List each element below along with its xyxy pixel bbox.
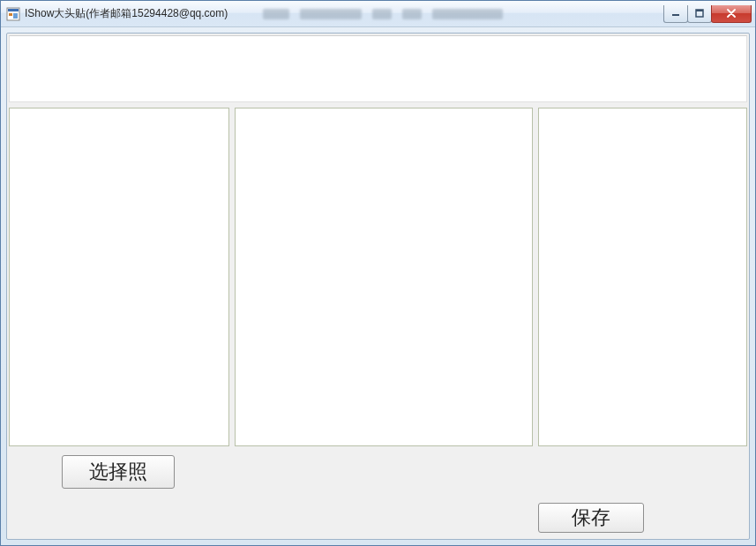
window-title: IShow大头贴(作者邮箱15294428@qq.com) <box>25 6 228 21</box>
image-panel-row <box>9 108 747 446</box>
image-panel-center <box>235 108 533 446</box>
svg-rect-4 <box>672 14 679 16</box>
select-photo-button[interactable]: 选择照 <box>62 455 175 489</box>
svg-rect-2 <box>9 13 12 16</box>
svg-rect-1 <box>8 9 19 11</box>
titlebar-blur-region <box>263 7 664 21</box>
window-controls <box>664 5 752 23</box>
save-button-label: 保存 <box>572 505 610 531</box>
maximize-button[interactable] <box>687 5 712 23</box>
titlebar[interactable]: IShow大头贴(作者邮箱15294428@qq.com) <box>1 1 755 27</box>
minimize-button[interactable] <box>663 5 688 23</box>
app-window: IShow大头贴(作者邮箱15294428@qq.com) <box>0 0 756 546</box>
app-icon <box>6 7 20 21</box>
select-photo-button-label: 选择照 <box>89 459 147 485</box>
svg-rect-6 <box>696 10 703 11</box>
save-button[interactable]: 保存 <box>538 503 644 533</box>
client-area: 选择照 保存 <box>6 33 750 540</box>
top-toolbar-region <box>9 35 747 102</box>
image-panel-right <box>538 108 747 446</box>
svg-rect-3 <box>13 13 18 19</box>
image-panel-left <box>9 108 229 446</box>
close-button[interactable] <box>711 5 752 23</box>
